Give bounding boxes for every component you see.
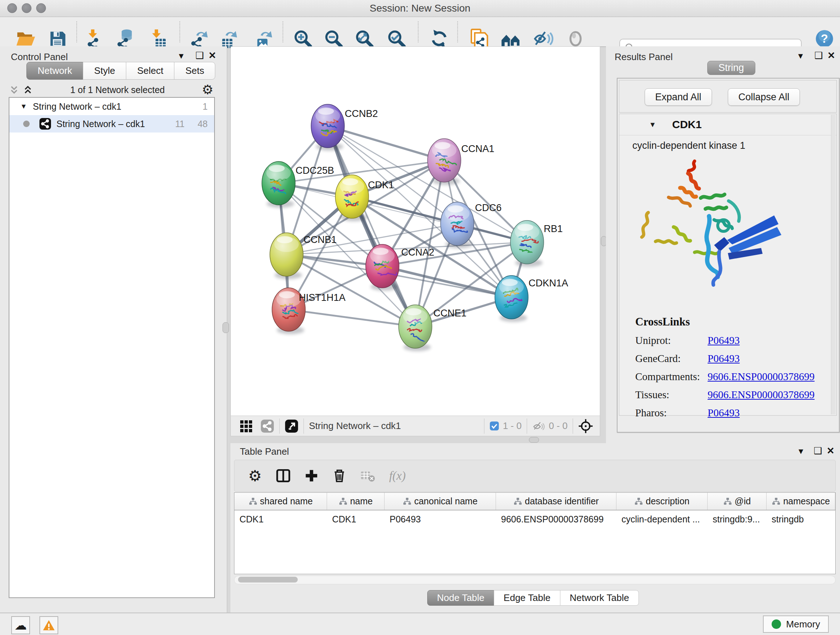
hidden-eye-icon[interactable] [532, 420, 545, 432]
add-column-icon[interactable] [305, 469, 318, 483]
main-toolbar: ? [0, 17, 840, 47]
table-cell[interactable]: CDK1 [234, 514, 327, 524]
results-scrollbar[interactable] [831, 115, 836, 415]
open-in-new-icon[interactable] [285, 419, 298, 433]
table-panel: Table Panel ▼ ❑ ✕ ⚙ f(x) shared namename… [231, 443, 840, 613]
network-node-ccna2[interactable]: CCNA2 [366, 244, 434, 291]
vertical-splitter-grip[interactable] [223, 322, 229, 333]
expand-all-icon[interactable] [22, 84, 33, 95]
network-node-cdc25b[interactable]: CDC25B [262, 162, 334, 208]
tab-select[interactable]: Select [126, 62, 174, 80]
memory-status-dot [772, 619, 781, 629]
crosslink-row: Pharos:P06493 [635, 407, 831, 419]
delete-column-icon[interactable] [332, 469, 347, 483]
table-cell[interactable]: P06493 [385, 514, 496, 524]
expand-all-button[interactable]: Expand All [645, 88, 712, 106]
tab-network-table[interactable]: Network Table [560, 590, 639, 606]
panel-float-icon[interactable]: ❑ [195, 50, 204, 61]
tree-expand-icon[interactable]: ▼ [20, 103, 27, 111]
gear-icon[interactable]: ⚙ [202, 82, 213, 97]
crosslink-link[interactable]: P06493 [707, 334, 740, 347]
column-header-shared-name[interactable]: shared name [234, 493, 327, 510]
crosslink-link[interactable]: 9606.ENSP00000378699 [707, 389, 815, 401]
network-view[interactable]: CCNB2CCNA1CDC25BCDK1CDC6RB1CCNB1CCNA2CDK… [231, 46, 600, 436]
tab-style[interactable]: Style [83, 62, 126, 80]
panel-close-icon[interactable]: ✕ [827, 50, 835, 61]
table-cell[interactable]: CDK1 [327, 514, 385, 524]
panel-collapse-icon[interactable]: ▼ [797, 51, 805, 62]
crosslink-link[interactable]: P06493 [707, 353, 740, 364]
crosshair-icon[interactable] [578, 418, 593, 434]
toolbar-separator [457, 21, 458, 42]
memory-button[interactable]: Memory [763, 616, 829, 633]
horizontal-splitter-grip[interactable] [529, 437, 539, 443]
share-network-icon[interactable] [261, 419, 274, 433]
node-label: CCNB2 [345, 108, 378, 119]
network-node-ccnb1[interactable]: CCNB1 [270, 233, 337, 279]
column-header-description[interactable]: description [616, 493, 707, 510]
tab-sets[interactable]: Sets [174, 62, 215, 80]
scrollbar-thumb[interactable] [238, 577, 298, 583]
network-list: ▼ String Network – cdk1 1 String Network… [9, 97, 215, 598]
node-label: CDK1 [368, 180, 394, 190]
column-header-namespace[interactable]: namespace [767, 493, 835, 510]
table-cell[interactable]: cyclin-dependent ... [616, 514, 707, 524]
collapse-all-button[interactable]: Collapse All [728, 88, 800, 106]
network-node-ccne1[interactable]: CCNE1 [399, 305, 467, 351]
crosslink-label: Uniprot: [635, 334, 707, 347]
warnings-button[interactable] [39, 616, 58, 634]
panel-close-icon[interactable]: ✕ [208, 50, 216, 61]
network-list-header: 1 of 1 Network selected ⚙ [9, 82, 213, 97]
cloud-status-button[interactable]: ☁ [11, 616, 30, 634]
panel-float-icon[interactable]: ❑ [814, 50, 823, 61]
gene-section: ▼ CDK1 cyclin-dependent kinase 1 [619, 114, 837, 416]
panel-collapse-icon[interactable]: ▼ [177, 51, 185, 62]
column-header--id[interactable]: @id [707, 493, 767, 510]
crosslink-row: Compartments:9606.ENSP00000378699 [635, 371, 831, 383]
panel-float-icon[interactable]: ❑ [813, 445, 822, 456]
table-cell[interactable]: stringdb:9... [707, 514, 767, 524]
panel-close-icon[interactable]: ✕ [827, 445, 835, 456]
hidden-count: 0 - 0 [549, 420, 568, 432]
string-results-container: Expand All Collapse All ▼ CDK1 cyclin-de… [617, 78, 840, 432]
network-node-rb1[interactable]: RB1 [510, 220, 563, 267]
network-node-ccnb2[interactable]: CCNB2 [311, 104, 378, 150]
table-horizontal-scrollbar[interactable] [234, 576, 836, 584]
column-header-canonical-name[interactable]: canonical name [385, 493, 496, 510]
node-label: CCNA2 [401, 247, 434, 258]
network-svg[interactable]: CCNB2CCNA1CDC25BCDK1CDC6RB1CCNB1CCNA2CDK… [231, 47, 600, 416]
column-header-label: canonical name [414, 496, 477, 507]
network-edge[interactable] [289, 310, 415, 326]
column-header-name[interactable]: name [327, 493, 385, 510]
birdseye-grid-icon[interactable] [240, 420, 253, 432]
network-node-cdkn1a[interactable]: CDKN1A [495, 276, 568, 322]
column-header-label: @id [735, 496, 751, 507]
crosslink-row: Uniprot:P06493 [635, 334, 831, 347]
collapse-all-icon[interactable] [9, 84, 19, 95]
section-collapse-icon[interactable]: ▼ [649, 120, 656, 129]
network-view-statusbar: String Network – cdk1 1 - 0 0 - 0 [231, 416, 600, 436]
tab-string[interactable]: String [707, 61, 755, 75]
table-cell[interactable]: stringdb [767, 514, 835, 524]
tab-node-table[interactable]: Node Table [427, 590, 494, 606]
table-row[interactable]: CDK1CDK1P064939606.ENSP00000378699cyclin… [234, 510, 835, 528]
show-columns-icon[interactable] [276, 468, 291, 483]
network-node-cdk1[interactable]: CDK1 [335, 175, 394, 221]
gene-section-header[interactable]: ▼ CDK1 [619, 114, 836, 135]
panel-collapse-icon[interactable]: ▼ [797, 446, 805, 457]
crosslink-link[interactable]: 9606.ENSP00000378699 [707, 371, 815, 383]
network-collection-row[interactable]: ▼ String Network – cdk1 1 [9, 98, 214, 115]
table-cell[interactable]: 9606.ENSP00000378699 [496, 514, 616, 524]
column-header-database-identifier[interactable]: database identifier [496, 493, 616, 510]
selected-checkbox-icon[interactable] [489, 421, 499, 431]
crosslink-link[interactable]: P06493 [707, 407, 740, 419]
table-settings-gear-icon[interactable]: ⚙ [248, 467, 262, 485]
clear-table-icon[interactable] [360, 468, 376, 483]
network-row-selected[interactable]: String Network – cdk1 11 48 [9, 115, 214, 133]
tab-edge-table[interactable]: Edge Table [494, 590, 561, 606]
tab-network[interactable]: Network [27, 62, 83, 80]
network-node-hist1h1a[interactable]: HIST1H1A [272, 288, 346, 334]
column-header-label: description [646, 496, 690, 507]
network-edge[interactable] [328, 126, 444, 160]
function-builder-icon[interactable]: f(x) [389, 469, 406, 483]
